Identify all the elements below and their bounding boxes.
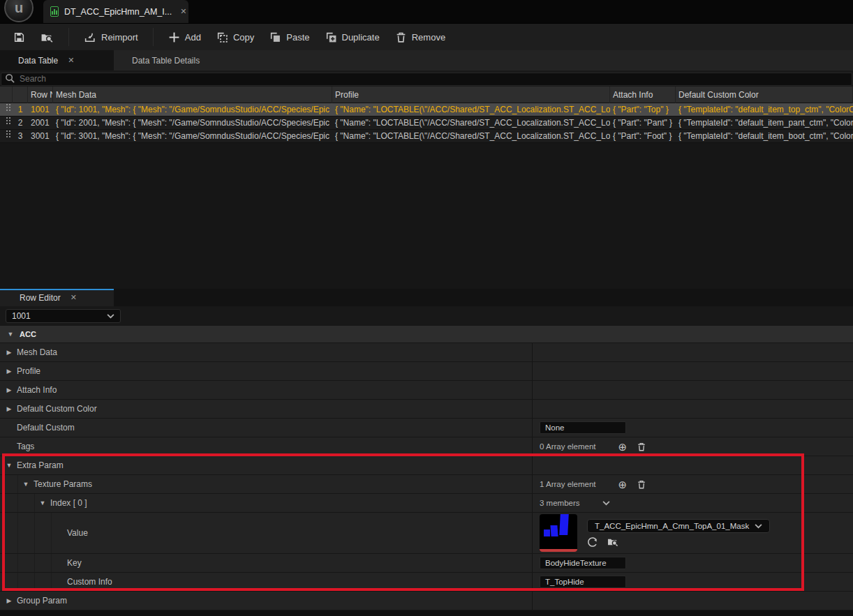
key-field[interactable]: BodyHideTexture xyxy=(540,557,626,569)
default-custom-field[interactable]: None xyxy=(540,421,626,434)
close-icon[interactable]: ✕ xyxy=(68,56,74,65)
table-header: Row Name Mesh Data Profile Attach Info D… xyxy=(0,87,853,103)
property-row-default-custom: Default Custom None xyxy=(0,419,853,437)
property-row-mesh-data: ▶Mesh Data xyxy=(0,343,853,362)
chevron-down-icon xyxy=(755,523,762,529)
texture-thumbnail[interactable] xyxy=(540,514,577,552)
unreal-datatable-editor: u DT_ACC_EpicHmn_AM_I... ✕ Reimport Add … xyxy=(0,0,853,616)
property-row-value: Value T_ACC_EpicHmn_A_Cmn_TopA_01_Mask xyxy=(0,513,853,554)
search-bar xyxy=(0,70,853,87)
data-table-asset-icon xyxy=(50,6,59,17)
reimport-button[interactable]: Reimport xyxy=(77,27,144,47)
tab-data-table[interactable]: Data Table ✕ xyxy=(0,50,114,70)
property-row-index-0: ▼Index [ 0 ] 3 members xyxy=(0,494,853,513)
save-button[interactable] xyxy=(7,27,31,47)
expander-right-icon[interactable]: ▶ xyxy=(6,349,13,356)
cell-mesh-data: { "Id": 1001, "Mesh": { "Mesh": "/Game/S… xyxy=(53,103,332,117)
cell-default-custom-color: { "TemplateId": "default_item_top_ctm", … xyxy=(676,103,853,117)
trash-icon xyxy=(395,31,407,43)
clear-array-icon[interactable] xyxy=(637,479,646,490)
custom-info-field[interactable]: T_TopHide xyxy=(540,576,626,588)
unreal-logo-icon[interactable]: u xyxy=(4,0,34,22)
add-array-element-icon[interactable]: ⊕ xyxy=(618,442,628,452)
texture-params-array-count: 1 Array element xyxy=(540,480,596,488)
table-empty-area xyxy=(0,143,853,289)
chevron-down-icon xyxy=(107,313,114,319)
property-row-texture-params: ▼Texture Params 1 Array element ⊕ xyxy=(0,475,853,494)
property-row-key: Key BodyHideTexture xyxy=(0,554,853,573)
expander-down-icon[interactable]: ▼ xyxy=(39,499,46,506)
property-row-custom-info: Custom Info T_TopHide xyxy=(0,573,853,592)
cell-row-number: 3 xyxy=(13,130,28,143)
duplicate-icon xyxy=(325,31,337,43)
expander-down-icon[interactable]: ▼ xyxy=(6,462,13,469)
cell-row-name: 3001 xyxy=(28,130,53,143)
close-icon[interactable]: ✕ xyxy=(180,7,186,16)
property-row-attach-info: ▶Attach Info xyxy=(0,381,853,400)
row-editor-toolbar: 1001 xyxy=(0,306,853,326)
tags-array-count: 0 Array element xyxy=(540,442,596,451)
cell-mesh-data: { "Id": 2001, "Mesh": { "Mesh": "/Game/S… xyxy=(53,117,332,130)
expander-right-icon[interactable]: ▶ xyxy=(6,405,13,412)
browse-to-asset-icon[interactable] xyxy=(607,536,619,547)
add-array-element-icon[interactable]: ⊕ xyxy=(618,479,628,490)
header-drag-col xyxy=(0,87,13,103)
table-row[interactable]: 3 3001 { "Id": 3001, "Mesh": { "Mesh": "… xyxy=(0,130,853,143)
asset-tab-title: DT_ACC_EpicHmn_AM_I... xyxy=(64,7,172,17)
header-profile[interactable]: Profile xyxy=(332,87,610,103)
header-attach-info[interactable]: Attach Info xyxy=(610,87,676,103)
cell-row-name: 2001 xyxy=(28,117,53,130)
cell-default-custom-color: { "TemplateId": "default_item_boot_ctm",… xyxy=(676,130,853,143)
cell-profile: { "Name": "LOCTABLE(\"/ACC/Shared/ST_ACC… xyxy=(332,103,610,117)
close-icon[interactable]: ✕ xyxy=(71,293,77,302)
header-default-custom-color[interactable]: Default Custom Color xyxy=(676,87,853,103)
cell-row-number: 1 xyxy=(13,103,28,117)
tab-row-editor[interactable]: Row Editor ✕ xyxy=(0,289,114,306)
cell-row-name: 1001 xyxy=(28,103,53,117)
main-toolbar: Reimport Add Copy Paste Duplicate Remove xyxy=(0,23,853,50)
cell-profile: { "Name": "LOCTABLE(\"/ACC/Shared/ST_ACC… xyxy=(332,117,610,130)
header-num-col xyxy=(13,87,28,103)
drag-handle-icon[interactable] xyxy=(6,117,11,126)
save-icon xyxy=(13,31,25,43)
table-row[interactable]: 1 1001 { "Id": 1001, "Mesh": { "Mesh": "… xyxy=(0,103,853,117)
expander-down-icon[interactable]: ▼ xyxy=(22,481,29,488)
drag-handle-icon[interactable] xyxy=(6,103,11,112)
row-editor-tab-bar: Row Editor ✕ xyxy=(0,289,853,306)
bottom-strip xyxy=(0,610,853,616)
cell-attach-info: { "Part": "Top" } xyxy=(610,103,676,117)
paste-button[interactable]: Paste xyxy=(263,27,316,47)
chevron-down-icon[interactable] xyxy=(602,500,610,506)
category-header-acc[interactable]: ▼ ACC xyxy=(0,326,853,343)
browse-to-asset-button[interactable] xyxy=(34,27,60,47)
panel-tab-bar: Data Table ✕ Data Table Details xyxy=(0,50,853,70)
drag-handle-icon[interactable] xyxy=(6,130,11,139)
search-icon xyxy=(5,73,15,84)
cell-attach-info: { "Part": "Pant" } xyxy=(610,117,676,130)
folder-search-icon xyxy=(40,31,54,43)
toolbar-separator xyxy=(68,28,69,46)
table-row[interactable]: 2 2001 { "Id": 2001, "Mesh": { "Mesh": "… xyxy=(0,117,853,130)
asset-tab[interactable]: DT_ACC_EpicHmn_AM_I... ✕ xyxy=(43,0,188,23)
header-row-name[interactable]: Row Name xyxy=(28,87,53,103)
index-members-count: 3 members xyxy=(540,499,580,507)
texture-asset-dropdown[interactable]: T_ACC_EpicHmn_A_Cmn_TopA_01_Mask xyxy=(587,519,770,533)
cell-attach-info: { "Part": "Foot" } xyxy=(610,130,676,143)
expander-right-icon[interactable]: ▶ xyxy=(6,386,13,393)
row-name-dropdown[interactable]: 1001 xyxy=(6,309,121,323)
property-row-default-custom-color: ▶Default Custom Color xyxy=(0,400,853,419)
tab-data-table-details[interactable]: Data Table Details xyxy=(114,50,212,70)
remove-button[interactable]: Remove xyxy=(389,27,452,47)
search-input[interactable] xyxy=(1,73,852,86)
add-row-button[interactable]: Add xyxy=(162,27,207,47)
expander-down-icon[interactable]: ▼ xyxy=(7,331,14,338)
use-selected-asset-icon[interactable] xyxy=(587,536,598,548)
expander-right-icon[interactable]: ▶ xyxy=(6,597,13,604)
copy-button[interactable]: Copy xyxy=(210,27,260,47)
expander-right-icon[interactable]: ▶ xyxy=(6,368,13,375)
clear-array-icon[interactable] xyxy=(637,442,646,452)
reimport-icon xyxy=(84,31,96,43)
header-mesh-data[interactable]: Mesh Data xyxy=(53,87,332,103)
duplicate-button[interactable]: Duplicate xyxy=(319,27,386,47)
title-bar: u DT_ACC_EpicHmn_AM_I... ✕ xyxy=(0,0,853,23)
